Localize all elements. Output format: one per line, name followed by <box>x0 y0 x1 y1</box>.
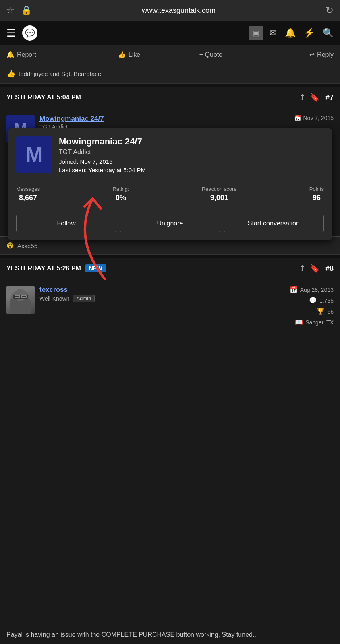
post8-role: Well-Known Admin <box>39 295 285 302</box>
hamburger-icon[interactable]: ☰ <box>6 27 16 39</box>
chat-icon[interactable]: 💬 <box>22 25 37 41</box>
post7-meta-right: 📅 Nov 7, 2015 <box>294 115 334 121</box>
liked-by-text: toddnjoyce and Sgt. Beardface <box>19 70 101 77</box>
post7-section: YESTERDAY AT 5:04 PM ⤴ 🔖 #7 M Mowingmani… <box>0 87 340 255</box>
stat-rating: Rating: 0% <box>112 186 129 202</box>
join-date-icon: 📅 <box>294 115 301 121</box>
user-popup-card: M Mowingmaniac 24/7 TGT Addict Joined: N… <box>8 128 332 240</box>
stat-messages: Messages 8,667 <box>16 186 40 202</box>
bookmark-post-icon[interactable]: 🔖 <box>310 93 320 102</box>
user-avatar-thumb[interactable]: ▣ <box>249 26 263 40</box>
reply-action[interactable]: ↩ Reply <box>252 51 334 58</box>
post8-header: YESTERDAY AT 5:26 PM NEW ⤴ 🔖 #8 <box>0 258 340 279</box>
post8-join-date: Aug 28, 2013 <box>300 287 334 293</box>
popup-username[interactable]: Mowingmaniac 24/7 <box>59 136 324 147</box>
lightning-icon[interactable]: ⚡ <box>304 28 315 38</box>
popup-actions: Follow Unignore Start conversation <box>16 215 324 232</box>
axxe-emoji: 😮 <box>6 242 14 249</box>
unignore-button[interactable]: Unignore <box>120 215 220 232</box>
post8-share-icon[interactable]: ⤴ <box>300 264 304 273</box>
reply-icon: ↩ <box>309 51 315 58</box>
post8-location-row: 📖 Sanger, TX <box>295 318 334 326</box>
like-icon: 👍 <box>118 51 126 58</box>
post8-meta: texcross Well-Known Admin <box>39 286 285 326</box>
liked-by-bar: 👍 toddnjoyce and Sgt. Beardface <box>0 64 340 84</box>
post8-trophy-icon: 🏆 <box>317 308 325 315</box>
post8-bookmark-icon[interactable]: 🔖 <box>310 264 320 273</box>
post8-number: #8 <box>325 264 334 273</box>
popup-stats: Messages 8,667 Rating: 0% Reaction score… <box>16 180 324 208</box>
popup-avatar[interactable]: M <box>16 136 52 173</box>
post8-avatar[interactable] <box>6 286 35 314</box>
mail-icon[interactable]: ✉ <box>270 28 277 38</box>
axxe-name[interactable]: Axxe55 <box>17 242 37 249</box>
bell-icon[interactable]: 🔔 <box>285 28 296 38</box>
lock-icon: 🔒 <box>21 5 32 16</box>
post8-section: YESTERDAY AT 5:26 PM NEW ⤴ 🔖 #8 texcross… <box>0 258 340 332</box>
search-icon[interactable]: 🔍 <box>323 28 334 38</box>
post8-trophy-row: 🏆 66 <box>317 308 334 315</box>
follow-button[interactable]: Follow <box>16 215 116 232</box>
post8-messages-row: 💬 1,735 <box>309 297 334 304</box>
popup-role: TGT Addict <box>59 149 324 156</box>
post8-join-icon: 📅 <box>290 286 298 293</box>
post8-right-stats: 📅 Aug 28, 2013 💬 1,735 🏆 66 📖 Sanger, TX <box>290 286 334 326</box>
post8-content: texcross Well-Known Admin 📅 Aug 28, 2013… <box>0 279 340 332</box>
popup-lastseen: Last seen: Yesterday at 5:04 PM <box>59 167 324 173</box>
bottom-notice: Payal is having an issue with the COMPLE… <box>0 625 340 644</box>
post7-number: #7 <box>325 93 334 102</box>
share-icon[interactable]: ⤴ <box>300 93 304 102</box>
separator <box>0 84 340 87</box>
post7-header-icons: ⤴ 🔖 #7 <box>300 93 334 102</box>
stat-reaction: Reaction score 9,001 <box>202 186 237 202</box>
post8-messages-val: 1,735 <box>319 297 334 304</box>
new-badge: NEW <box>85 264 106 272</box>
popup-header: M Mowingmaniac 24/7 TGT Addict Joined: N… <box>16 136 324 173</box>
post8-trophy-val: 66 <box>327 308 334 315</box>
section-separator <box>0 255 340 258</box>
post7-join-date: Nov 7, 2015 <box>303 115 334 121</box>
thumb-icon: 👍 <box>6 69 15 78</box>
url-bar[interactable]: www.texasguntalk.com <box>32 6 325 15</box>
post8-timestamp: YESTERDAY AT 5:26 PM <box>6 265 81 272</box>
nav-bar: ☰ 💬 ▣ ✉ 🔔 ⚡ 🔍 <box>0 21 340 45</box>
report-icon: 🔔 <box>6 51 15 58</box>
admin-badge: Admin <box>73 295 95 302</box>
post7-header: YESTERDAY AT 5:04 PM ⤴ 🔖 #7 <box>0 87 340 108</box>
post8-location-icon: 📖 <box>295 318 303 326</box>
bottom-notice-text: Payal is having an issue with the COMPLE… <box>6 631 258 638</box>
action-bar: 🔔 Report 👍 Like + Quote ↩ Reply <box>0 45 340 64</box>
post7-timestamp: YESTERDAY AT 5:04 PM <box>6 94 81 101</box>
post8-header-right: ⤴ 🔖 #8 <box>300 264 334 273</box>
browser-left-icons: ☆ 🔒 <box>6 5 32 16</box>
report-action[interactable]: 🔔 Report <box>6 51 88 58</box>
like-action[interactable]: 👍 Like <box>88 51 170 58</box>
refresh-icon[interactable]: ↻ <box>325 5 334 16</box>
post8-location-val: Sanger, TX <box>305 319 334 326</box>
post8-username[interactable]: texcross <box>39 286 285 294</box>
popup-joined: Joined: Nov 7, 2015 <box>59 158 324 165</box>
post8-avatar-img <box>6 286 35 314</box>
bookmark-icon[interactable]: ☆ <box>6 5 15 16</box>
post7-username[interactable]: Mowingmaniac 24/7 <box>39 115 104 123</box>
post7-content: M Mowingmaniac 24/7 TGT Addict 📅 Nov 7, … <box>0 108 340 237</box>
post8-join-date-row: 📅 Aug 28, 2013 <box>290 286 334 293</box>
post8-messages-icon: 💬 <box>309 297 317 304</box>
stat-points: Points 96 <box>309 186 324 202</box>
nav-icons: ✉ 🔔 ⚡ 🔍 <box>270 28 334 38</box>
popup-info: Mowingmaniac 24/7 TGT Addict Joined: Nov… <box>59 136 324 173</box>
browser-bar: ☆ 🔒 www.texasguntalk.com ↻ <box>0 0 340 21</box>
quote-action[interactable]: + Quote <box>170 51 252 58</box>
start-conversation-button[interactable]: Start conversation <box>224 215 324 232</box>
